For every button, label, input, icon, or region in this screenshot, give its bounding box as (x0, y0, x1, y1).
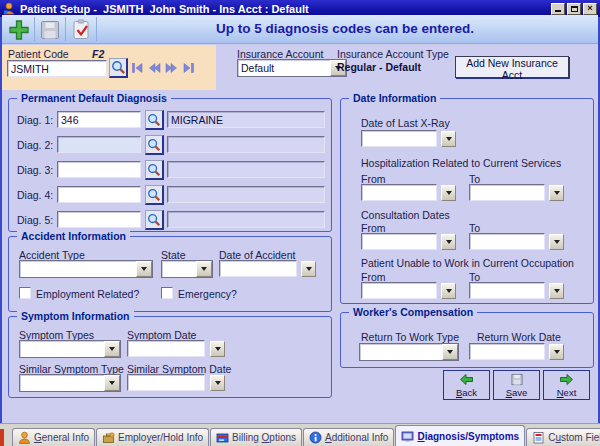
unable-to-input[interactable] (469, 282, 545, 299)
state-select[interactable] (161, 260, 213, 278)
patient-lookup-button[interactable] (109, 58, 128, 78)
hospitalization-label: Hospitalization Related to Current Servi… (361, 157, 561, 169)
state-dropdown-button[interactable] (196, 261, 212, 277)
magnifier-icon (147, 138, 161, 152)
tasks-button[interactable] (67, 17, 94, 42)
insurance-account-value: Default (238, 60, 330, 76)
clipboard-check-icon (70, 19, 92, 41)
tab-custom-fields[interactable]: Custom Fields (526, 428, 600, 446)
diag4-code-input[interactable] (57, 186, 141, 203)
similar-symptom-date-dropdown-button[interactable] (210, 375, 225, 391)
next-record-icon (165, 62, 178, 74)
accident-type-dropdown-button[interactable] (136, 261, 152, 277)
return-work-date-label: Return Work Date (477, 331, 561, 343)
symptom-date-input[interactable] (127, 340, 205, 357)
diag2-lookup-button[interactable] (145, 135, 164, 155)
chevron-down-icon (109, 347, 115, 351)
unable-from-input[interactable] (361, 282, 437, 299)
last-record-icon (182, 62, 195, 74)
date-of-accident-dropdown-button[interactable] (301, 261, 316, 277)
symptom-date-dropdown-button[interactable] (210, 341, 225, 357)
symptom-types-dropdown-button[interactable] (104, 341, 120, 357)
diag1-description-field (167, 111, 325, 128)
previous-record-button[interactable] (147, 61, 162, 75)
add-button[interactable] (5, 17, 32, 42)
wizard-nav-bar: Back Save Next (443, 370, 590, 400)
chevron-down-icon (446, 191, 452, 195)
diag3-lookup-button[interactable] (145, 160, 164, 180)
return-work-date-dropdown-button[interactable] (549, 344, 564, 360)
next-button-label: Next (557, 387, 577, 398)
unable-to-dropdown-button[interactable] (549, 283, 564, 299)
magnifier-icon (111, 60, 126, 75)
chevron-down-icon (554, 289, 560, 293)
save-toolbar-button[interactable] (36, 17, 63, 42)
consult-to-dropdown-button[interactable] (549, 234, 564, 250)
similar-symptom-type-select[interactable] (19, 374, 121, 392)
emergency-checkbox[interactable] (161, 287, 173, 299)
last-record-button[interactable] (181, 61, 196, 75)
arrow-left-icon (459, 373, 474, 386)
magnifier-icon (147, 213, 161, 227)
similar-symptom-type-dropdown-button[interactable] (104, 375, 120, 391)
consult-from-dropdown-button[interactable] (441, 234, 456, 250)
tab-diagnosis-symptoms[interactable]: Diagnosis/Symptoms (395, 425, 525, 446)
toolbar-separator (96, 17, 97, 41)
accident-type-select[interactable] (19, 260, 153, 278)
patient-code-label: Patient Code (8, 48, 69, 60)
patient-setup-window: Patient Setup - JSMITH John Smith - Ins … (0, 0, 600, 446)
workers-comp-group-title: Worker's Compensation (349, 306, 477, 318)
tab-employer-hold-info[interactable]: Employer/Hold Info (96, 428, 209, 446)
symptom-types-select[interactable] (19, 340, 121, 358)
diag1-lookup-button[interactable] (145, 110, 164, 130)
diag-label: Diag. 1: (17, 114, 53, 126)
consult-from-input[interactable] (361, 233, 437, 250)
return-to-work-type-select[interactable] (359, 343, 459, 361)
add-new-insurance-button[interactable]: Add New Insurance Acct (455, 56, 569, 78)
employment-related-checkbox[interactable] (19, 287, 31, 299)
tab-additional-info[interactable]: Additional Info (303, 428, 394, 446)
consult-to-input[interactable] (469, 233, 545, 250)
tab-general-info[interactable]: General Info (12, 428, 95, 446)
save-button[interactable]: Save (493, 370, 540, 400)
chevron-down-icon (109, 381, 115, 385)
return-to-work-type-value (360, 344, 442, 360)
hosp-to-input[interactable] (469, 184, 545, 201)
first-record-button[interactable] (130, 61, 145, 75)
diag-label: Diag. 2: (17, 139, 53, 151)
unable-from-dropdown-button[interactable] (441, 283, 456, 299)
unable-to-work-label: Patient Unable to Work in Current Occupa… (361, 257, 574, 269)
date-info-group-title: Date Information (349, 92, 440, 104)
xray-date-input[interactable] (361, 130, 437, 147)
close-button[interactable]: × (583, 3, 597, 15)
insurance-account-select[interactable]: Default (237, 59, 347, 77)
patient-code-input[interactable] (7, 60, 107, 77)
hosp-to-dropdown-button[interactable] (549, 185, 564, 201)
back-button[interactable]: Back (443, 370, 490, 400)
minimize-button[interactable] (551, 3, 565, 15)
xray-date-dropdown-button[interactable] (441, 131, 456, 147)
next-button[interactable]: Next (543, 370, 590, 400)
chevron-down-icon (141, 267, 147, 271)
return-work-date-input[interactable] (469, 343, 545, 360)
date-of-accident-input[interactable] (219, 260, 297, 277)
diag4-lookup-button[interactable] (145, 185, 164, 205)
return-to-work-type-dropdown-button[interactable] (442, 344, 458, 360)
hosp-from-input[interactable] (361, 184, 437, 201)
diag1-code-input[interactable] (57, 111, 141, 128)
diag5-code-input[interactable] (57, 211, 141, 228)
accident-type-value (20, 261, 136, 277)
diag3-code-input[interactable] (57, 161, 141, 178)
chevron-down-icon (215, 347, 221, 351)
tab-billing-options[interactable]: Billing Options (210, 428, 302, 446)
diag5-lookup-button[interactable] (145, 210, 164, 230)
hosp-from-dropdown-button[interactable] (441, 185, 456, 201)
next-record-button[interactable] (164, 61, 179, 75)
maximize-button[interactable] (567, 3, 581, 15)
magnifier-icon (147, 188, 161, 202)
patient-app-icon (3, 2, 16, 15)
diag2-code-input[interactable] (57, 136, 141, 153)
bottom-tab-bar: General Info Employer/Hold Info Billing … (0, 423, 600, 446)
header-message: Up to 5 diagnosis codes can be entered. (122, 21, 568, 36)
similar-symptom-date-input[interactable] (127, 374, 205, 391)
